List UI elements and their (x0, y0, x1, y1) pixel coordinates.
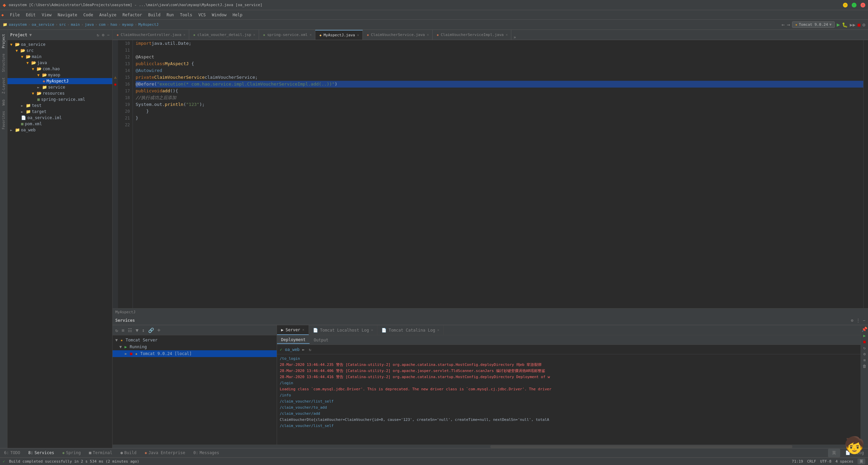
bottom-tab-services[interactable]: 8: Services (24, 449, 58, 457)
tomcat-selector[interactable]: ★ Tomcat 9.0.24 ▼ (792, 21, 834, 28)
close-tab-claim-detail-jsp[interactable]: × (253, 33, 255, 37)
menu-run[interactable]: Run (164, 12, 177, 18)
tree-item-service[interactable]: ► 📁 service (7, 84, 112, 90)
breadcrumb-myaspectj[interactable]: MyAspectJ (138, 22, 159, 27)
services-right-settings2-icon[interactable]: ⚙ (863, 352, 866, 356)
toolbar-back-icon[interactable]: ← (782, 21, 785, 28)
code-content[interactable]: import java.util.Date; @Aspect public cl… (133, 40, 863, 308)
menu-edit[interactable]: Edit (23, 12, 38, 18)
breadcrumb-oasystem[interactable]: oasystem (9, 22, 27, 27)
close-tab-myaspectj[interactable]: × (357, 33, 359, 37)
menu-vcs[interactable]: VCS (196, 12, 209, 18)
tab-claim-voucher-detail-jsp[interactable]: ◆ claim_voucher_detail.jsp × (189, 30, 259, 40)
sidebar-item-z-layout[interactable]: Z-Layout (1, 75, 6, 96)
menu-analyze[interactable]: Analyze (97, 12, 119, 18)
breadcrumb-main[interactable]: main (71, 22, 80, 27)
services-right-list-icon[interactable]: ≡ (863, 358, 866, 362)
run-cover-icon[interactable]: ▶▶ (850, 22, 855, 27)
close-localhost-tab[interactable]: × (371, 328, 373, 332)
breadcrumb-com[interactable]: com (99, 22, 105, 27)
tree-item-myaop[interactable]: ▼ 📂 myaop (7, 72, 112, 78)
menu-refactor[interactable]: Refactor (120, 12, 145, 18)
breadcrumb-src[interactable]: src (59, 22, 66, 27)
breadcrumb-java[interactable]: java (85, 22, 94, 27)
status-lang[interactable]: 英 (857, 459, 865, 464)
log-tab-localhost[interactable]: 📄 Tomcat Localhost Log × (309, 325, 378, 335)
code-editor[interactable]: ⚠ ● 10 11 12 13 14 15 16 17 18 19 (113, 40, 868, 308)
services-settings-icon[interactable]: ⚙ (851, 318, 853, 323)
run-icon[interactable]: ▶ (837, 21, 840, 28)
services-sort-btn[interactable]: ↕ (141, 327, 145, 334)
minimize-button[interactable]: − (843, 3, 848, 7)
log-tab-catalina[interactable]: 📄 Tomcat Catalina Log × (377, 325, 443, 335)
services-group-btn[interactable]: ☷ (127, 327, 133, 334)
tree-item-oa-service[interactable]: ▼ 📂 oa_service (7, 41, 112, 48)
tab-overflow[interactable]: » (511, 35, 518, 40)
tab-spring-service-xml[interactable]: ◆ spring-service.xml × (259, 30, 315, 40)
bottom-tab-build[interactable]: ● Build (116, 449, 140, 457)
close-tab-claim-service[interactable]: × (427, 33, 429, 37)
close-tab-claim-service-impl[interactable]: × (506, 33, 508, 37)
services-add-btn[interactable]: + (157, 326, 161, 334)
breadcrumb-hao[interactable]: hao (111, 22, 117, 27)
tab-claim-voucher-service[interactable]: ◆ ClaimVoucherService.java × (363, 30, 433, 40)
bottom-tab-spring[interactable]: ◆ Spring (58, 449, 85, 457)
log-subtab-deployment[interactable]: Deployment (277, 336, 310, 344)
tab-claim-voucher-controller[interactable]: ◆ ClaimVoucherController.java × (113, 30, 189, 40)
status-spaces[interactable]: 4 spaces (835, 459, 853, 464)
menu-build[interactable]: Build (145, 12, 163, 18)
tree-item-myaspectj[interactable]: ◆ MyAspectJ (7, 78, 112, 84)
menu-view[interactable]: View (39, 12, 54, 18)
status-position[interactable]: 71:19 (792, 459, 803, 464)
tree-item-comhao[interactable]: ▼ 📂 com.hao (7, 66, 112, 72)
bottom-tab-java-enterprise[interactable]: ◆ Java Enterprise (141, 449, 190, 457)
toolbar-forward-icon[interactable]: → (787, 21, 790, 28)
maximize-button[interactable]: □ (852, 3, 856, 7)
bottom-tab-terminal[interactable]: ■ Terminal (85, 449, 116, 457)
redeploy-icon[interactable]: ↻ (309, 347, 311, 352)
services-right-pin-icon[interactable]: 📌 (862, 327, 867, 332)
menu-window[interactable]: Window (209, 12, 229, 18)
tree-item-resources[interactable]: ▼ 📂 resources (7, 90, 112, 96)
tree-item-iml[interactable]: 📄 oa_service.iml (7, 115, 112, 121)
log-tab-server[interactable]: ▶ Server × (277, 325, 309, 335)
service-item-tomcat-version[interactable]: ► ■ ★ Tomcat 9.0.24 [local] (113, 350, 277, 357)
bottom-tab-todo[interactable]: 6: TODO (0, 449, 24, 457)
gear-icon[interactable]: ⚙ (102, 33, 104, 37)
tree-item-src[interactable]: ▼ 📂 src (7, 48, 112, 54)
services-options-icon[interactable]: ⋮ (856, 318, 860, 323)
services-right-clear-icon[interactable]: 🗑 (863, 364, 867, 369)
close-catalina-tab[interactable]: × (437, 328, 439, 332)
log-scrollbar[interactable] (113, 445, 868, 448)
services-right-run-icon[interactable]: ▶ (863, 333, 866, 338)
stop-icon[interactable]: ■ (857, 22, 860, 27)
sidebar-item-web[interactable]: Web (1, 97, 6, 108)
menu-navigate[interactable]: Navigate (55, 12, 80, 18)
collapse-icon[interactable]: − (107, 33, 110, 37)
sidebar-item-favorites[interactable]: Favorites (1, 108, 6, 132)
services-minimize-icon[interactable]: − (863, 318, 865, 323)
bottom-tab-messages[interactable]: 0: Messages (189, 449, 223, 457)
sidebar-item-structure[interactable]: Structure (1, 51, 6, 75)
log-content[interactable]: /to_login 28-Mar-2020 13:46:44.235 警告 [C… (277, 354, 861, 445)
debug-icon[interactable]: 🐛 (842, 22, 848, 27)
tree-item-pom[interactable]: ■ pom.xml (7, 121, 112, 127)
services-collapse-btn[interactable]: ≡ (121, 327, 125, 334)
tree-item-java[interactable]: ▼ 📂 java (7, 60, 112, 66)
editor-scrollbar[interactable] (863, 40, 868, 308)
log-subtab-output[interactable]: Output (310, 337, 332, 343)
tree-item-spring-service[interactable]: ■ spring-service.xml (7, 96, 112, 103)
menu-code[interactable]: Code (81, 12, 96, 18)
service-item-tomcat-root[interactable]: ▼ ★ Tomcat Server (113, 337, 277, 343)
tree-item-target[interactable]: ► 📁 target (7, 109, 112, 115)
services-right-stop-icon[interactable]: ■ (863, 339, 866, 344)
menu-help[interactable]: Help (230, 12, 245, 18)
services-filter-btn[interactable]: ▼ (135, 327, 139, 334)
services-right-redeploy-icon[interactable]: ↻ (863, 346, 866, 350)
services-refresh-btn[interactable]: ↻ (115, 327, 119, 334)
sidebar-item-project[interactable]: Project (1, 31, 6, 51)
status-encoding[interactable]: UTF-8 (820, 459, 831, 464)
breadcrumb-myaop[interactable]: myaop (122, 22, 133, 27)
services-link-btn[interactable]: 🔗 (147, 327, 155, 334)
close-tab-spring-service[interactable]: × (310, 33, 312, 37)
